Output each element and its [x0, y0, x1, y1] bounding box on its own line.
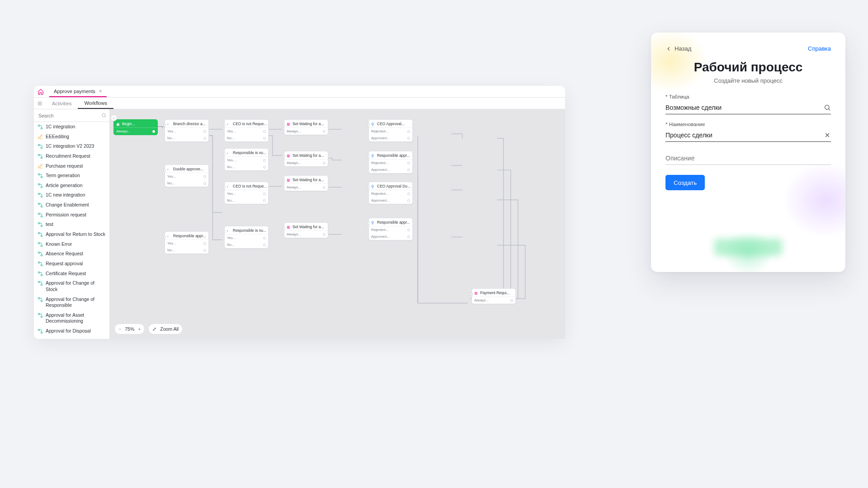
- sidebar-item[interactable]: Purchase request: [34, 161, 109, 171]
- sidebar-item-label: Approval for Change of Responsible: [46, 296, 108, 309]
- sidebar-item[interactable]: test: [34, 220, 109, 230]
- svg-rect-23: [38, 252, 40, 253]
- node-set-waiting-3[interactable]: 🗎Set Waiting for a... Always...: [284, 175, 328, 191]
- branch-icon: ‹: [167, 122, 171, 126]
- close-icon[interactable]: ×: [99, 88, 102, 94]
- help-link[interactable]: Справка: [808, 45, 831, 52]
- sidebar-item[interactable]: Recruitment Request: [34, 151, 109, 161]
- node-responsible-not-2[interactable]: ‹Responsible is no... Yes... No...: [224, 226, 269, 249]
- sidebar-item[interactable]: Approval for Change of Responsible: [34, 295, 109, 310]
- doc-icon: 🗎: [287, 225, 291, 229]
- tab-workflows[interactable]: Workflows: [78, 98, 113, 109]
- tab-activities[interactable]: Activities: [46, 98, 78, 109]
- svg-rect-28: [41, 274, 42, 276]
- sidebar-item[interactable]: Approval for Maintenance: [34, 336, 109, 339]
- tab-label: Approve payments: [54, 89, 95, 94]
- description-field[interactable]: [665, 152, 831, 165]
- flow-icon: [38, 338, 43, 339]
- branch-icon: ‹: [227, 229, 231, 233]
- svg-rect-15: [38, 213, 40, 214]
- branch-icon: ‹: [167, 234, 171, 238]
- node-responsible-not-1[interactable]: ‹Responsible is no... Yes... No...: [224, 148, 269, 171]
- sidebar-item-label: 1C integration V2 2023: [46, 143, 94, 150]
- sidebar-item[interactable]: Absence Request: [34, 249, 109, 259]
- sidebar-item[interactable]: Approval for Asset Decommissioning: [34, 310, 109, 326]
- home-icon[interactable]: [37, 88, 45, 96]
- hamburger-icon[interactable]: [34, 101, 46, 106]
- table-input[interactable]: [665, 101, 831, 114]
- flow-icon: [38, 313, 43, 318]
- name-field[interactable]: [665, 129, 831, 142]
- user-icon: ⚲: [371, 122, 375, 126]
- svg-rect-2: [41, 128, 42, 129]
- create-button[interactable]: Создать: [665, 175, 705, 190]
- node-set-waiting-4[interactable]: 🗎Set Waiting for a... Always...: [284, 222, 328, 238]
- flow-icon: [38, 297, 43, 302]
- tab-approve-payments[interactable]: Approve payments ×: [49, 86, 107, 97]
- sidebar-item[interactable]: Known Error: [34, 239, 109, 249]
- sidebar-item[interactable]: EEEediting: [34, 132, 109, 142]
- sidebar-item[interactable]: Permission request: [34, 210, 109, 220]
- sidebar-item[interactable]: Approval for Disposal: [34, 326, 109, 336]
- back-button[interactable]: Назад: [665, 45, 691, 52]
- sidebar-item[interactable]: 1C integration V2 2023: [34, 141, 109, 151]
- node-branch-director[interactable]: ‹Branch director a... Yes... No...: [165, 119, 209, 142]
- svg-rect-11: [38, 193, 40, 195]
- node-responsible-appr-a[interactable]: ⚲Responsible appr... Rejected... Approve…: [368, 151, 413, 174]
- node-ceo-approval-do[interactable]: ⚲CEO Approval Do... Rejected... Approved…: [368, 182, 413, 204]
- collapse-sidebar-toggle[interactable]: ‹: [111, 115, 117, 121]
- description-input[interactable]: [665, 152, 831, 164]
- sidebar-item[interactable]: Approval for Change of Stock: [34, 278, 109, 294]
- user-icon: ⚲: [371, 184, 375, 188]
- svg-rect-1: [38, 125, 40, 127]
- sidebar-item[interactable]: Approval for Return to Stock: [34, 230, 109, 239]
- search-icon[interactable]: [824, 104, 831, 111]
- node-set-waiting-1[interactable]: 🗎Set Waiting for a... Always...: [284, 119, 328, 135]
- clear-icon[interactable]: [824, 131, 831, 139]
- flow-icon: [38, 212, 43, 218]
- flow-icon: [38, 173, 43, 178]
- sidebar-item-label: Absence Request: [46, 251, 83, 257]
- decorative-blur: [714, 239, 782, 256]
- sidebar-item[interactable]: Change Enablement: [34, 200, 109, 210]
- sidebar-item-label: Approval for Change of Stock: [46, 280, 108, 292]
- sidebar-item[interactable]: Term generation: [34, 171, 109, 181]
- svg-rect-27: [38, 272, 40, 273]
- flow-icon: [38, 154, 43, 159]
- svg-rect-4: [41, 147, 42, 149]
- node-responsible-appr-b[interactable]: ⚲Responsible appr... Rejected... Approve…: [368, 218, 413, 240]
- node-ceo-not-req-1[interactable]: ‹CEO is not Reque... Yes... No...: [224, 119, 269, 142]
- sidebar-item[interactable]: Certificate Request: [34, 269, 109, 279]
- zoom-out-button[interactable]: −: [118, 326, 121, 332]
- node-ceo-not-req-2[interactable]: ‹CEO is not Reque... Yes... No...: [224, 182, 269, 204]
- zoom-in-button[interactable]: +: [138, 326, 141, 332]
- svg-rect-3: [38, 145, 40, 146]
- flow-icon: [38, 261, 43, 267]
- node-ceo-approval[interactable]: ⚲CEO Approval... Rejected... Approved...: [368, 119, 413, 142]
- workflow-tree[interactable]: 1C integrationEEEediting1C integration V…: [34, 122, 109, 339]
- zoom-all-button[interactable]: ⤢ Zoom All: [148, 324, 183, 334]
- svg-rect-29: [38, 282, 40, 283]
- name-input[interactable]: [665, 129, 831, 141]
- table-field[interactable]: [665, 101, 831, 114]
- sidebar-item-label: Permission request: [46, 212, 86, 218]
- node-responsible-appr-1[interactable]: ‹Responsible appr... Yes... No...: [165, 231, 209, 254]
- sidebar-item[interactable]: Request approval: [34, 259, 109, 269]
- sidebar-item[interactable]: 1C new integration: [34, 190, 109, 200]
- node-payment-requi[interactable]: 🗎Payment Requi... Always...: [472, 288, 516, 304]
- node-double-approve[interactable]: ‹Double approve... Yes... No...: [165, 164, 209, 187]
- edit-icon: [38, 134, 43, 140]
- branch-icon: ‹: [167, 167, 171, 171]
- sidebar-item[interactable]: 1C integration: [34, 122, 109, 132]
- workflow-canvas[interactable]: ◉Begin... Always... ‹Branch director a..…: [110, 109, 565, 339]
- flow-icon: [38, 183, 43, 188]
- flow-icon: [38, 124, 43, 130]
- sidebar-item-label: Approval for Disposal: [46, 328, 91, 334]
- svg-rect-18: [41, 225, 42, 227]
- node-set-waiting-2[interactable]: 🗎Set Waiting for a... Always...: [284, 151, 328, 167]
- sidebar-item[interactable]: Article generation: [34, 181, 109, 191]
- sidebar-item-label: 1C new integration: [46, 192, 85, 198]
- search-input[interactable]: [34, 109, 109, 122]
- field-label-name: * Наименование: [665, 122, 831, 127]
- node-begin[interactable]: ◉Begin... Always...: [113, 119, 158, 135]
